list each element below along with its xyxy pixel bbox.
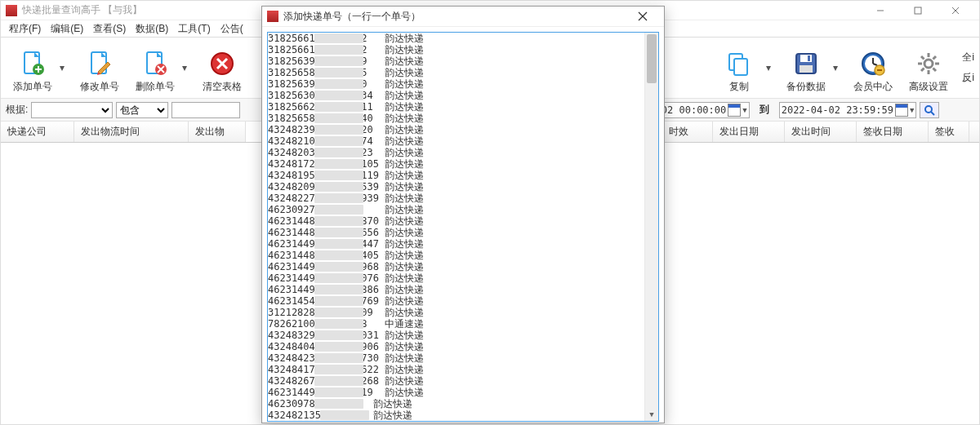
settings-label: 高级设置 bbox=[909, 80, 948, 94]
clear-button[interactable]: 清空表格 bbox=[195, 42, 249, 94]
textarea-line: 4623144980000519 韵达快递 bbox=[268, 387, 658, 398]
delete-dropdown[interactable]: ▾ bbox=[182, 62, 194, 73]
menu-edit[interactable]: 编辑(E) bbox=[47, 22, 87, 36]
svg-point-37 bbox=[925, 106, 932, 113]
edit-label: 修改单号 bbox=[80, 80, 119, 94]
textarea-line: 318256399000010 韵达快递 bbox=[268, 78, 658, 90]
svg-rect-17 bbox=[734, 59, 747, 75]
chevron-down-icon: ▼ bbox=[910, 106, 914, 114]
clear-label: 清空表格 bbox=[203, 80, 242, 94]
dialog-body: 318256613000052 韵达快递318256616000022 韵达快递… bbox=[262, 27, 664, 425]
select-all-button[interactable]: 全ⅰ bbox=[962, 51, 974, 64]
filter-op-select[interactable]: 包含 bbox=[116, 102, 168, 118]
menu-program[interactable]: 程序(F) bbox=[6, 22, 44, 36]
col-timecost[interactable]: 时效 bbox=[662, 122, 713, 142]
document-delete-icon bbox=[142, 51, 168, 77]
textarea-line: 46230978600000 韵达快递 bbox=[268, 398, 658, 410]
textarea-line: 318256398000019 韵达快递 bbox=[268, 55, 658, 67]
textarea-line: 318256616000022 韵达快递 bbox=[268, 44, 658, 55]
svg-rect-1 bbox=[915, 7, 921, 14]
close-icon bbox=[638, 11, 648, 21]
backup-button[interactable]: 备份数据 bbox=[779, 42, 833, 94]
svg-rect-21 bbox=[800, 65, 813, 73]
textarea-line: 46231454300000769 韵达快递 bbox=[268, 295, 658, 307]
date-to-value: 2022-04-02 23:59:59 bbox=[782, 104, 893, 116]
dialog-close-button[interactable] bbox=[626, 7, 659, 26]
textarea-line: 43248423300007730 韵达快递 bbox=[268, 352, 658, 364]
textarea-line: 4324821020000074 韵达快递 bbox=[268, 135, 658, 147]
search-button[interactable] bbox=[920, 102, 939, 118]
menu-data[interactable]: 数据(B) bbox=[132, 22, 172, 36]
clock-icon bbox=[860, 51, 886, 77]
delete-label: 删除单号 bbox=[136, 80, 175, 94]
maximize-button[interactable] bbox=[899, 1, 937, 20]
toolbar-right-stack: 全ⅰ 反ⅰ bbox=[962, 51, 974, 85]
invert-select-button[interactable]: 反ⅰ bbox=[962, 71, 974, 85]
edit-button[interactable]: 修改单号 bbox=[73, 42, 127, 94]
scroll-down-icon[interactable]: ▼ bbox=[645, 407, 658, 421]
scrollbar-thumb[interactable] bbox=[647, 34, 657, 83]
maximize-icon bbox=[914, 7, 922, 15]
textarea-line: 782621003000008 中通速递 bbox=[268, 318, 658, 330]
col-shipdate[interactable]: 发出日期 bbox=[713, 122, 785, 142]
main-title: 快递批量查询高手 【与我】 bbox=[22, 3, 142, 17]
add-dropdown[interactable]: ▾ bbox=[60, 62, 71, 73]
textarea-line: 43248209300005539 韵达快递 bbox=[268, 181, 658, 193]
calendar-icon bbox=[728, 104, 741, 117]
svg-rect-20 bbox=[808, 55, 810, 61]
col-signdate[interactable]: 签收日期 bbox=[857, 122, 929, 142]
document-edit-icon bbox=[87, 51, 113, 77]
textarea-line: 4324820340000023 韵达快递 bbox=[268, 147, 658, 158]
textarea-line: 318256589000055 韵达快递 bbox=[268, 67, 658, 78]
textarea-line: 3182566220000411 韵达快递 bbox=[268, 101, 658, 113]
delete-button[interactable]: 删除单号 bbox=[128, 42, 182, 94]
menu-tools[interactable]: 工具(T) bbox=[175, 22, 213, 36]
textarea-scrollbar[interactable]: ▼ bbox=[644, 33, 658, 421]
minimize-button[interactable] bbox=[862, 1, 899, 20]
textarea-line: 46231449300007076 韵达快递 bbox=[268, 272, 658, 284]
textarea-line: 46231449300003447 韵达快递 bbox=[268, 238, 658, 250]
filter-field-select[interactable] bbox=[31, 102, 113, 118]
filter-label: 根据: bbox=[6, 103, 28, 117]
textarea-line: 43248172300003105 韵达快递 bbox=[268, 158, 658, 170]
textarea-line: 318256613000052 韵达快递 bbox=[268, 33, 658, 44]
col-courier[interactable]: 快递公司 bbox=[1, 122, 74, 142]
textarea-line: 43248417300003622 韵达快递 bbox=[268, 364, 658, 375]
col-shiptime2[interactable]: 发出时间 bbox=[785, 122, 857, 142]
add-tracking-dialog: 添加快递单号（一行一个单号） 318256613000052 韵达快递31825… bbox=[261, 6, 665, 423]
date-to-field[interactable]: 2022-04-02 23:59:59 ▼ bbox=[779, 102, 917, 118]
window-controls bbox=[862, 1, 974, 20]
copy-dropdown[interactable]: ▾ bbox=[766, 62, 777, 73]
member-button[interactable]: 会员中心 bbox=[846, 42, 900, 94]
textarea-line: 3182565820000140 韵达快递 bbox=[268, 113, 658, 124]
add-label: 添加单号 bbox=[13, 80, 52, 94]
settings-button[interactable]: 高级设置 bbox=[902, 42, 956, 94]
copy-button[interactable]: 复制 bbox=[712, 42, 766, 94]
copy-icon bbox=[726, 51, 752, 77]
minimize-icon bbox=[876, 7, 884, 15]
textarea-line: 46231449300009886 韵达快递 bbox=[268, 284, 658, 295]
col-sign[interactable]: 签收 bbox=[929, 122, 969, 142]
tracking-textarea[interactable]: 318256613000052 韵达快递318256616000022 韵达快递… bbox=[267, 32, 659, 422]
svg-line-36 bbox=[921, 69, 924, 72]
close-button[interactable] bbox=[937, 1, 974, 20]
svg-point-28 bbox=[924, 60, 933, 68]
close-icon bbox=[951, 7, 960, 15]
textarea-line: 43248329300005031 韵达快递 bbox=[268, 330, 658, 341]
textarea-line: 46231448000003870 韵达快递 bbox=[268, 215, 658, 227]
member-label: 会员中心 bbox=[853, 80, 893, 94]
textarea-line: 3182563030000734 韵达快递 bbox=[268, 90, 658, 101]
copy-label: 复制 bbox=[729, 80, 749, 94]
col-shipsite[interactable]: 发出物 bbox=[189, 122, 246, 142]
textarea-line: 43248227300000939 韵达快递 bbox=[268, 193, 658, 204]
add-button[interactable]: 添加单号 bbox=[6, 42, 60, 94]
col-shiptime[interactable]: 发出物流时间 bbox=[74, 122, 189, 142]
menu-notice[interactable]: 公告( bbox=[217, 22, 247, 36]
textarea-line: 43248195300006119 韵达快递 bbox=[268, 170, 658, 181]
filter-value-input[interactable] bbox=[172, 102, 240, 118]
menu-view[interactable]: 查看(S) bbox=[90, 22, 129, 36]
backup-dropdown[interactable]: ▾ bbox=[833, 62, 844, 73]
textarea-line: 43248404300001906 韵达快递 bbox=[268, 341, 658, 352]
svg-line-35 bbox=[933, 56, 937, 60]
gear-icon bbox=[915, 51, 942, 77]
